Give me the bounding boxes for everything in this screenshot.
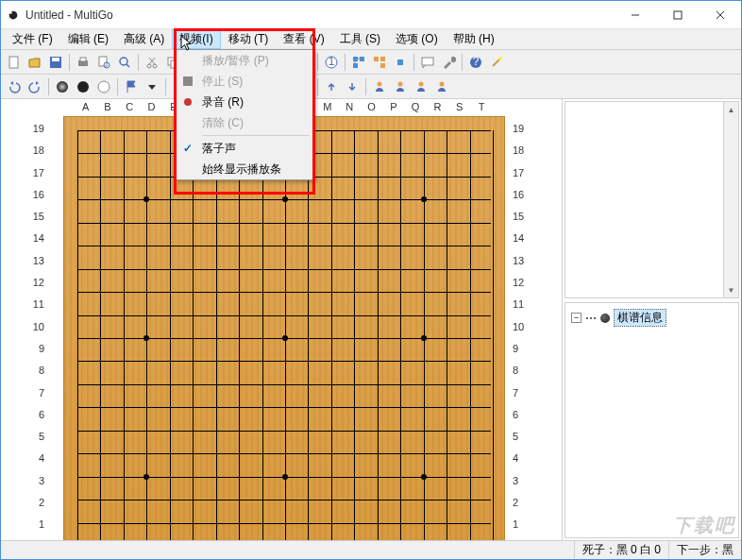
tree-collapse-icon[interactable]: − [571, 313, 582, 323]
print-icon[interactable] [74, 53, 93, 72]
svg-rect-33 [353, 57, 358, 61]
menu-7[interactable]: 选项 (O) [388, 29, 446, 49]
coord-y: 13 [27, 250, 44, 272]
coord-y: 14 [513, 228, 530, 249]
node-icon[interactable] [391, 53, 410, 72]
scroll-up-icon[interactable]: ▲ [724, 102, 738, 117]
dropdown-item-3[interactable]: 清除 (C) [176, 112, 313, 133]
print-preview-icon[interactable] [94, 53, 113, 72]
coord-x: P [382, 101, 404, 112]
triangle-down-icon[interactable] [143, 77, 161, 96]
svg-point-49 [98, 81, 110, 93]
coord-y: 7 [513, 382, 530, 404]
scrollbar[interactable]: ▲ ▼ [723, 102, 738, 297]
new-file-icon[interactable] [5, 53, 24, 72]
stone-gradient-icon[interactable] [53, 77, 72, 96]
svg-rect-35 [353, 63, 358, 68]
menu-3[interactable]: 视频(I) [172, 29, 220, 49]
tree-root-node[interactable]: − ⋯ 棋谱信息 [569, 307, 734, 329]
svg-rect-39 [380, 57, 385, 61]
status-deadstones: 死子：黑 0 白 0 [574, 541, 668, 559]
coord-y: 11 [513, 294, 530, 315]
svg-rect-38 [374, 57, 379, 61]
coord-y: 11 [27, 294, 44, 315]
people-a-icon[interactable] [370, 77, 389, 96]
menu-0[interactable]: 文件 (F) [5, 29, 60, 49]
tree-blue-icon[interactable] [349, 53, 368, 72]
hoshi-point [143, 196, 149, 202]
coord-y: 14 [27, 228, 44, 249]
coord-y: 6 [27, 404, 44, 426]
var-up-icon[interactable] [322, 77, 341, 96]
people-group-icon[interactable] [432, 77, 451, 96]
coord-y: 10 [27, 316, 44, 338]
save-icon[interactable] [46, 53, 65, 72]
coord-x: C [119, 101, 141, 112]
tree-root-label[interactable]: 棋谱信息 [614, 309, 666, 327]
comment-icon[interactable] [418, 53, 437, 72]
app-icon [7, 8, 20, 22]
svg-point-47 [57, 81, 68, 93]
dropdown-item-0[interactable]: 播放/暂停 (P) [176, 50, 313, 71]
svg-rect-10 [80, 58, 86, 61]
titlebar: Untitled - MultiGo [1, 1, 741, 29]
maximize-button[interactable] [656, 1, 699, 28]
coord-x: B [96, 101, 118, 112]
stone-black-icon[interactable] [74, 77, 93, 96]
dropdown-item-5[interactable]: ✓落子声 [176, 138, 313, 159]
svg-rect-8 [52, 58, 59, 61]
svg-point-46 [498, 57, 502, 60]
svg-point-55 [184, 98, 192, 106]
coord-y: 16 [27, 184, 44, 206]
stone-node-icon [600, 314, 610, 323]
menu-1[interactable]: 编辑 (E) [60, 29, 116, 49]
cut-icon[interactable] [143, 53, 161, 72]
dropdown-item-6[interactable]: 始终显示播放条 [176, 159, 313, 179]
help-icon[interactable]: ? [466, 53, 485, 72]
stop-icon [181, 75, 194, 88]
menu-8[interactable]: 帮助 (H) [446, 29, 502, 49]
coord-y: 6 [513, 404, 530, 426]
coord-x: S [448, 101, 470, 112]
close-button[interactable] [699, 1, 741, 28]
coord-y: 3 [27, 470, 44, 492]
watermark: 下载吧 [673, 513, 735, 538]
menu-2[interactable]: 高级 (A) [116, 29, 172, 49]
wand-icon[interactable] [487, 53, 506, 72]
coord-y: 19 [27, 118, 44, 140]
number1-icon[interactable]: 1 [322, 53, 341, 72]
flag-blue-icon[interactable] [122, 77, 141, 96]
minimize-button[interactable] [614, 1, 656, 28]
people-pair-icon[interactable] [412, 77, 430, 96]
coord-y: 15 [513, 206, 530, 228]
coord-y: 12 [513, 272, 530, 294]
tree-orange-icon[interactable] [370, 53, 389, 72]
scroll-down-icon[interactable]: ▼ [724, 282, 738, 297]
tools-icon[interactable] [439, 53, 458, 72]
dropdown-item-2[interactable]: 录音 (R) [176, 92, 313, 112]
svg-point-50 [378, 81, 382, 86]
coord-x: R [427, 101, 448, 112]
svg-point-53 [440, 81, 445, 86]
coord-y: 17 [513, 162, 530, 184]
find-icon[interactable] [115, 53, 134, 72]
open-file-icon[interactable] [25, 53, 44, 72]
svg-rect-42 [422, 58, 433, 65]
coord-y: 18 [27, 140, 44, 161]
svg-point-52 [419, 81, 424, 86]
redo-icon[interactable] [25, 77, 44, 96]
menu-5[interactable]: 查看 (V) [276, 29, 331, 49]
people-b-icon[interactable] [391, 77, 410, 96]
coord-y: 4 [27, 448, 44, 469]
undo-icon[interactable] [5, 77, 24, 96]
svg-point-13 [120, 58, 127, 65]
coord-x: T [470, 101, 492, 112]
svg-rect-41 [397, 59, 403, 65]
menu-4[interactable]: 移动 (T) [221, 29, 277, 49]
coord-x: M [316, 101, 338, 112]
menu-6[interactable]: 工具 (S) [332, 29, 388, 49]
var-down-icon[interactable] [343, 77, 362, 96]
coord-x: D [141, 101, 162, 112]
stone-white-icon[interactable] [94, 77, 113, 96]
dropdown-item-1[interactable]: 停止 (S) [176, 71, 313, 92]
